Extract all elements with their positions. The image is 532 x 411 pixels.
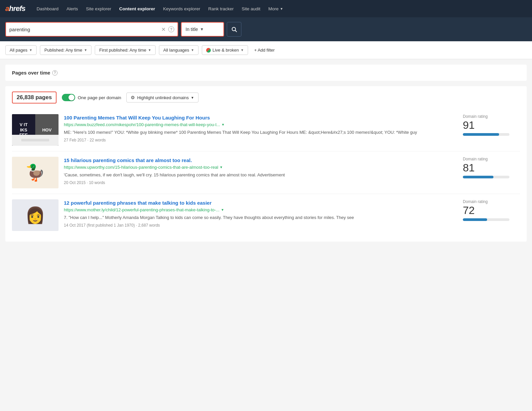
result-content-1: 100 Parenting Memes That Will Keep You L… — [64, 114, 455, 142]
highlight-unlinked-button[interactable]: ⚙ Highlight unlinked domains ▼ — [126, 93, 198, 103]
results-header: 26,838 pages One page per domain ⚙ Highl… — [12, 92, 520, 103]
pages-over-time-section: Pages over time ? — [5, 65, 527, 81]
filter-bar: All pages ▼ Published: Any time ▼ First … — [0, 41, 532, 59]
all-languages-caret-icon: ▼ — [191, 48, 194, 52]
search-input-icons: ✕ ? — [161, 26, 174, 33]
nav-rank-tracker[interactable]: Rank tracker — [205, 4, 237, 13]
domain-rating-fill-1 — [463, 133, 499, 136]
result-url-text-3: https://www.mother.ly/child/12-powerful-… — [64, 207, 219, 212]
live-broken-label: Live & broken — [212, 48, 239, 53]
url-dropdown-icon-1[interactable]: ▼ — [221, 123, 225, 126]
pages-over-time-help-icon[interactable]: ? — [52, 70, 58, 76]
domain-rating-fill-2 — [463, 176, 493, 178]
add-filter-button[interactable]: + Add filter — [251, 46, 277, 55]
toggle-wrapper: One page per domain — [62, 94, 121, 101]
nav-dashboard[interactable]: Dashboard — [33, 4, 62, 13]
domain-rating-label-1: Domain rating — [463, 114, 520, 119]
clear-icon[interactable]: ✕ — [161, 26, 166, 33]
result-title-2[interactable]: 15 hilarious parenting comics that are a… — [64, 157, 455, 164]
help-icon[interactable]: ? — [168, 26, 174, 32]
search-button[interactable] — [227, 22, 241, 37]
result-url-2[interactable]: https://www.upworthy.com/15-hilarious-pa… — [64, 165, 455, 170]
domain-rating-bar-3 — [463, 218, 509, 221]
result-title-3[interactable]: 12 powerful parenting phrases that make … — [64, 199, 455, 206]
result-metrics-1: Domain rating 91 — [460, 114, 520, 136]
nav-more[interactable]: More ▼ — [265, 4, 287, 13]
pages-count-badge: 26,838 pages — [12, 92, 57, 103]
live-broken-filter[interactable]: Live & broken ▼ — [202, 45, 248, 55]
published-filter[interactable]: Published: Any time ▼ — [40, 45, 91, 55]
first-published-label: First published: Any time — [99, 48, 146, 53]
search-input[interactable] — [9, 27, 161, 32]
toggle-knob — [68, 95, 74, 101]
url-dropdown-icon-2[interactable]: ▼ — [219, 165, 223, 169]
result-meta-3: 14 Oct 2017 (first published 1 Jan 1970)… — [64, 223, 455, 228]
result-item: 🦆 15 hilarious parenting comics that are… — [12, 151, 520, 194]
domain-rating-value-2: 81 — [463, 162, 520, 174]
nav-links: Dashboard Alerts Site explorer Content e… — [33, 4, 287, 13]
result-url-3[interactable]: https://www.mother.ly/child/12-powerful-… — [64, 207, 455, 212]
highlight-label: Highlight unlinked domains — [137, 95, 189, 100]
published-label: Published: Any time — [44, 48, 82, 53]
top-navigation: ahrefs Dashboard Alerts Site explorer Co… — [0, 0, 532, 17]
main-content: Pages over time ? 26,838 pages One page … — [0, 59, 532, 247]
nav-more-caret-icon: ▼ — [280, 7, 283, 11]
url-dropdown-icon-3[interactable]: ▼ — [221, 208, 224, 212]
result-meta-1: 27 Feb 2017 · 22 words — [64, 138, 455, 142]
live-broken-icon — [206, 48, 211, 53]
result-url-text-2: https://www.upworthy.com/15-hilarious-pa… — [64, 165, 218, 170]
result-item: V ITIKSFEE HOV 100 Parenting Memes That … — [12, 109, 520, 151]
logo-text: hrefs — [9, 4, 25, 13]
one-page-per-domain-toggle[interactable] — [62, 94, 75, 101]
domain-rating-bar-1 — [463, 133, 509, 136]
result-content-3: 12 powerful parenting phrases that make … — [64, 199, 455, 228]
result-description-1: ME: "Here's 100 memes!" YOU: *White guy … — [64, 129, 455, 136]
result-thumbnail-2: 🦆 — [12, 157, 59, 188]
result-content-2: 15 hilarious parenting comics that are a… — [64, 157, 455, 185]
live-broken-caret-icon: ▼ — [240, 48, 244, 52]
logo[interactable]: ahrefs — [5, 4, 25, 13]
svg-line-1 — [235, 31, 237, 32]
nav-site-audit[interactable]: Site audit — [238, 4, 264, 13]
add-filter-label: + Add filter — [254, 48, 275, 53]
all-pages-label: All pages — [10, 48, 27, 53]
section-title: Pages over time ? — [12, 70, 520, 76]
domain-rating-fill-3 — [463, 218, 487, 221]
search-input-wrapper: ✕ ? — [5, 22, 178, 37]
domain-rating-label-2: Domain rating — [463, 157, 520, 161]
domain-rating-bar-2 — [463, 176, 509, 178]
search-mode-caret-icon: ▼ — [200, 27, 204, 32]
domain-rating-value-3: 72 — [463, 205, 520, 216]
section-title-text: Pages over time — [12, 70, 50, 76]
all-languages-label: All languages — [163, 48, 189, 53]
nav-alerts[interactable]: Alerts — [63, 4, 81, 13]
all-languages-filter[interactable]: All languages ▼ — [159, 45, 199, 55]
highlight-icon: ⚙ — [131, 95, 135, 100]
svg-point-0 — [232, 27, 236, 31]
result-description-2: 'Cause, sometimes, if we don't laugh, we… — [64, 172, 455, 178]
one-page-per-domain-label: One page per domain — [78, 95, 121, 100]
result-metrics-3: Domain rating 72 — [460, 199, 520, 221]
result-title-1[interactable]: 100 Parenting Memes That Will Keep You L… — [64, 114, 455, 121]
nav-content-explorer[interactable]: Content explorer — [116, 4, 158, 13]
search-mode-dropdown[interactable]: In title ▼ — [181, 22, 224, 37]
result-metrics-2: Domain rating 81 — [460, 157, 520, 178]
search-mode-label: In title — [186, 27, 198, 32]
nav-site-explorer[interactable]: Site explorer — [83, 4, 115, 13]
result-item: 👩 12 powerful parenting phrases that mak… — [12, 194, 520, 236]
all-pages-filter[interactable]: All pages ▼ — [5, 45, 37, 55]
result-url-text-1: https://www.buzzfeed.com/mikespohr/100-p… — [64, 122, 220, 127]
domain-rating-label-3: Domain rating — [463, 199, 520, 204]
all-pages-caret-icon: ▼ — [29, 48, 32, 52]
result-thumbnail-3: 👩 — [12, 199, 59, 231]
result-meta-2: 20 Oct 2015 · 10 words — [64, 180, 455, 185]
result-thumbnail-1: V ITIKSFEE HOV — [12, 114, 59, 146]
domain-rating-value-1: 91 — [463, 119, 520, 131]
published-caret-icon: ▼ — [84, 48, 87, 52]
search-icon — [231, 26, 237, 32]
nav-keywords-explorer[interactable]: Keywords explorer — [160, 4, 203, 13]
highlight-caret-icon: ▼ — [191, 96, 194, 100]
result-url-1[interactable]: https://www.buzzfeed.com/mikespohr/100-p… — [64, 122, 455, 127]
first-published-filter[interactable]: First published: Any time ▼ — [95, 45, 156, 55]
results-area: 26,838 pages One page per domain ⚙ Highl… — [5, 86, 527, 242]
